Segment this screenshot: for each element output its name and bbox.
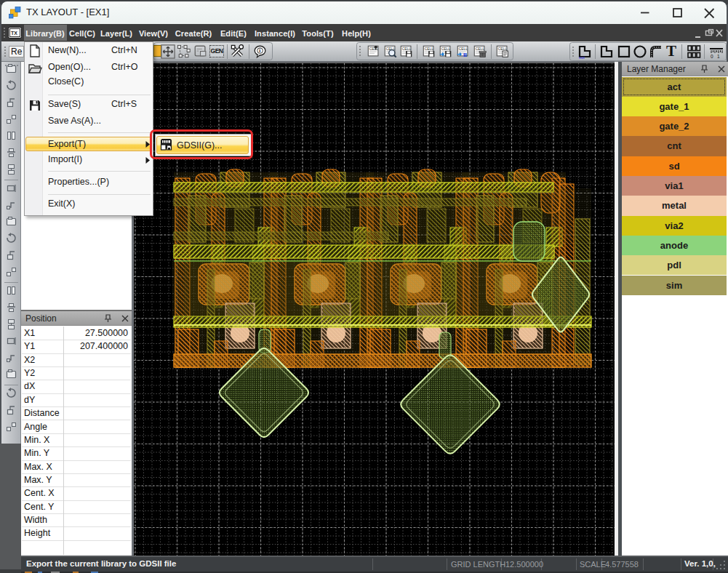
svg-text:CELL: CELL [476, 47, 485, 51]
svg-text:CELL: CELL [425, 47, 434, 51]
svg-text:0 1: 0 1 [711, 54, 720, 59]
svg-text:i: i [259, 48, 260, 54]
svg-text:xor: xor [579, 55, 585, 60]
svg-text:CELL: CELL [441, 47, 451, 51]
svg-text:CELL: CELL [498, 47, 508, 51]
svg-text:CELL: CELL [402, 47, 412, 51]
svg-text:B: B [463, 52, 467, 58]
svg-text:TX: TX [11, 31, 17, 36]
svg-text:CELL: CELL [459, 47, 468, 51]
